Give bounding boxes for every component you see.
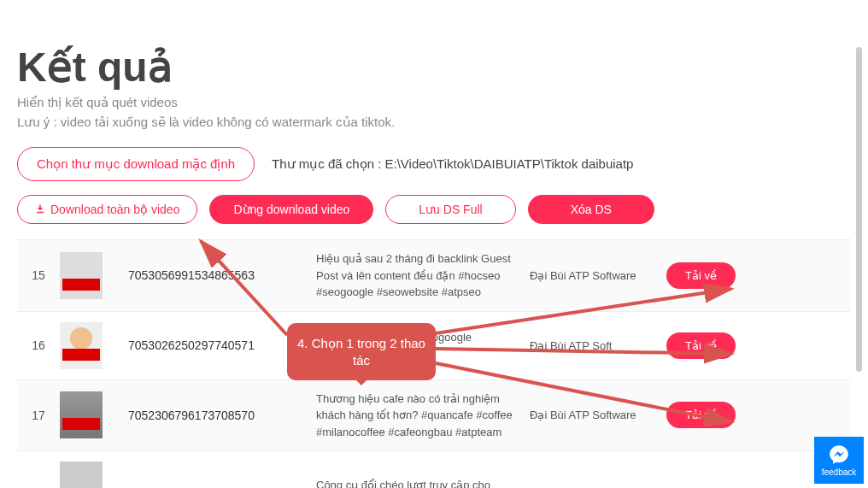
video-thumbnail — [60, 252, 103, 299]
table-row: Công cụ đổi chéo lượt truy cập cho — [17, 450, 851, 488]
video-author: Đại Bùi ATP Software — [530, 409, 666, 421]
video-author: Đại Bùi ATP Software — [530, 269, 666, 282]
messenger-icon — [828, 444, 850, 466]
page-title: Kết quả — [17, 43, 851, 91]
download-icon — [35, 203, 45, 216]
instruction-callout: 4. Chọn 1 trong 2 thao tác — [287, 323, 436, 380]
video-description: Hiệu quả sau 2 tháng đi backlink Guest P… — [316, 250, 530, 301]
row-index: 17 — [17, 409, 60, 422]
download-all-button[interactable]: Download toàn bộ video — [17, 195, 197, 224]
video-thumbnail — [60, 462, 103, 488]
table-row: 15 7053056991534865563 Hiệu quả sau 2 th… — [17, 239, 851, 311]
selected-folder-label: Thư mục đã chọn : E:\Video\Tiktok\DAIBUI… — [272, 156, 633, 172]
download-all-label: Download toàn bộ video — [50, 203, 179, 216]
download-row-button[interactable]: Tải về — [666, 402, 736, 428]
clear-ds-button[interactable]: Xóa DS — [528, 195, 654, 224]
download-row-button[interactable]: Tải về — [666, 262, 736, 289]
feedback-label: feedback — [822, 467, 857, 477]
video-author: Đại Bùi ATP Soft — [530, 339, 666, 352]
note-text: Lưu ý : video tải xuống sẽ là video khôn… — [17, 115, 851, 130]
stop-download-button[interactable]: Dừng download video — [209, 195, 373, 224]
row-index: 15 — [17, 268, 60, 282]
video-thumbnail — [60, 322, 103, 369]
video-id: 7052306796173708570 — [128, 409, 316, 422]
save-ds-button[interactable]: Lưu DS Full — [385, 195, 515, 224]
row-index: 16 — [17, 338, 60, 352]
table-row: 17 7052306796173708570 Thương hiệu cafe … — [17, 379, 851, 451]
scrollbar[interactable] — [856, 47, 862, 372]
feedback-button[interactable]: feedback — [814, 437, 864, 484]
subtitle-text: Hiển thị kết quả quét videos — [17, 95, 851, 110]
download-row-button[interactable]: Tải về — [666, 332, 736, 359]
video-description: Công cụ đổi chéo lượt truy cập cho — [316, 477, 530, 488]
video-id: 7053056991534865563 — [128, 268, 316, 282]
video-thumbnail — [60, 391, 103, 438]
choose-folder-button[interactable]: Chọn thư mục download mặc định — [17, 147, 255, 181]
video-description: Thương hiệu cafe nào có trải nghiệm khác… — [316, 391, 530, 441]
